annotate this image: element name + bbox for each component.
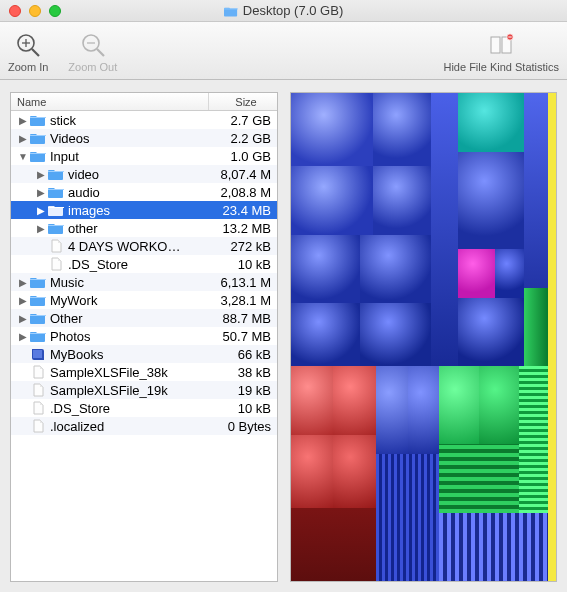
rows-container: ▶stick2.7 GB▶Videos2.2 GB▼Input1.0 GB▶vi… <box>11 111 277 581</box>
file-tree-panel: Name Size ▶stick2.7 GB▶Videos2.2 GB▼Inpu… <box>10 92 278 582</box>
row-label: SampleXLSFile_38k <box>50 365 207 380</box>
folder-icon <box>30 131 46 145</box>
row-size: 13.2 MB <box>207 221 271 236</box>
row-size: 3,28.1 M <box>207 293 271 308</box>
disclosure-triangle-icon[interactable]: ▶ <box>17 313 29 324</box>
row-label: .localized <box>50 419 207 434</box>
svg-line-5 <box>97 49 104 56</box>
file-icon <box>30 365 46 379</box>
row-label: .DS_Store <box>68 257 207 272</box>
row-label: Music <box>50 275 207 290</box>
table-row[interactable]: MyBooks66 kB <box>11 345 277 363</box>
zoom-out-button: Zoom Out <box>68 31 117 73</box>
file-icon <box>48 257 64 271</box>
row-label: Input <box>50 149 207 164</box>
table-row[interactable]: ▶Videos2.2 GB <box>11 129 277 147</box>
table-row[interactable]: ▶Music6,13.1 M <box>11 273 277 291</box>
row-size: 38 kB <box>207 365 271 380</box>
table-row[interactable]: ▶other13.2 MB <box>11 219 277 237</box>
close-icon[interactable] <box>9 5 21 17</box>
disclosure-triangle-icon[interactable]: ▶ <box>35 187 47 198</box>
table-row[interactable]: .localized0 Bytes <box>11 417 277 435</box>
row-label: SampleXLSFile_19k <box>50 383 207 398</box>
row-label: Other <box>50 311 207 326</box>
window-title: Desktop (7.0 GB) <box>0 3 567 18</box>
table-row[interactable]: .DS_Store10 kB <box>11 255 277 273</box>
hide-stats-label: Hide File Kind Statistics <box>443 61 559 73</box>
row-label: Photos <box>50 329 207 344</box>
folder-icon <box>30 311 46 325</box>
folder-icon <box>224 5 238 17</box>
disclosure-triangle-icon[interactable]: ▶ <box>17 115 29 126</box>
row-size: 23.4 MB <box>207 203 271 218</box>
table-row[interactable]: 4 DAYS WORKO…272 kB <box>11 237 277 255</box>
column-size[interactable]: Size <box>209 93 277 110</box>
row-size: 10 kB <box>207 401 271 416</box>
zoom-icon[interactable] <box>49 5 61 17</box>
zoom-out-label: Zoom Out <box>68 61 117 73</box>
folder-icon <box>30 293 46 307</box>
table-row[interactable]: ▶stick2.7 GB <box>11 111 277 129</box>
file-icon <box>30 383 46 397</box>
disclosure-triangle-icon[interactable]: ▶ <box>17 295 29 306</box>
row-size: 2.2 GB <box>207 131 271 146</box>
table-row[interactable]: ▶audio2,08.8 M <box>11 183 277 201</box>
row-size: 272 kB <box>207 239 271 254</box>
zoom-in-label: Zoom In <box>8 61 48 73</box>
row-label: Videos <box>50 131 207 146</box>
table-row[interactable]: ▶video8,07.4 M <box>11 165 277 183</box>
row-label: audio <box>68 185 207 200</box>
row-size: 19 kB <box>207 383 271 398</box>
table-header[interactable]: Name Size <box>11 93 277 111</box>
zoom-in-button[interactable]: Zoom In <box>8 31 48 73</box>
table-row[interactable]: ▶Photos50.7 MB <box>11 327 277 345</box>
folder-icon <box>30 329 46 343</box>
file-icon <box>30 401 46 415</box>
table-row[interactable]: SampleXLSFile_19k19 kB <box>11 381 277 399</box>
disclosure-triangle-icon[interactable]: ▶ <box>17 277 29 288</box>
folder-icon <box>48 185 64 199</box>
column-name[interactable]: Name <box>11 93 209 110</box>
table-row[interactable]: ▶MyWork3,28.1 M <box>11 291 277 309</box>
svg-line-1 <box>32 49 39 56</box>
disclosure-triangle-icon[interactable]: ▶ <box>17 331 29 342</box>
row-label: 4 DAYS WORKO… <box>68 239 207 254</box>
row-size: 8,07.4 M <box>207 167 271 182</box>
file-icon <box>48 239 64 253</box>
svg-rect-11 <box>33 350 42 358</box>
row-label: .DS_Store <box>50 401 207 416</box>
zoom-out-icon <box>79 31 107 59</box>
table-row[interactable]: ▼Input1.0 GB <box>11 147 277 165</box>
minimize-icon[interactable] <box>29 5 41 17</box>
folder-icon <box>48 167 64 181</box>
table-row[interactable]: ▶Other88.7 MB <box>11 309 277 327</box>
folder-icon <box>48 221 64 235</box>
book-icon <box>30 347 46 361</box>
row-size: 2,08.8 M <box>207 185 271 200</box>
disclosure-triangle-icon[interactable]: ▼ <box>17 151 29 162</box>
row-size: 6,13.1 M <box>207 275 271 290</box>
table-row[interactable]: ▶images23.4 MB <box>11 201 277 219</box>
row-size: 0 Bytes <box>207 419 271 434</box>
row-label: other <box>68 221 207 236</box>
table-row[interactable]: SampleXLSFile_38k38 kB <box>11 363 277 381</box>
disclosure-triangle-icon[interactable]: ▶ <box>35 205 47 216</box>
row-size: 1.0 GB <box>207 149 271 164</box>
hide-stats-button[interactable]: Hide File Kind Statistics <box>443 31 559 73</box>
file-icon <box>30 419 46 433</box>
window-title-text: Desktop (7.0 GB) <box>243 3 343 18</box>
disclosure-triangle-icon[interactable]: ▶ <box>17 133 29 144</box>
row-size: 50.7 MB <box>207 329 271 344</box>
row-label: images <box>68 203 207 218</box>
row-label: stick <box>50 113 207 128</box>
window-controls <box>0 5 61 17</box>
treemap-panel[interactable] <box>290 92 557 582</box>
disclosure-triangle-icon[interactable]: ▶ <box>35 223 47 234</box>
disclosure-triangle-icon[interactable]: ▶ <box>35 169 47 180</box>
row-size: 88.7 MB <box>207 311 271 326</box>
folder-icon <box>30 113 46 127</box>
folder-icon <box>48 203 64 217</box>
folder-icon <box>30 149 46 163</box>
table-row[interactable]: .DS_Store10 kB <box>11 399 277 417</box>
panel-icon <box>487 31 515 59</box>
